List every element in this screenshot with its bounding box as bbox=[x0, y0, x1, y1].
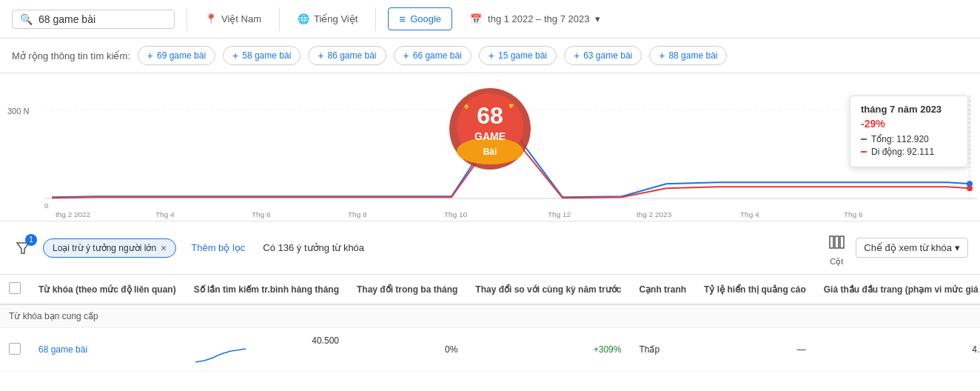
impression-share-cell: — bbox=[695, 328, 815, 372]
section-label: Từ khóa bạn cung cấp bbox=[0, 304, 980, 328]
expand-chip-2[interactable]: + 86 game bài bbox=[308, 46, 386, 65]
platform-label: Google bbox=[410, 13, 441, 24]
svg-text:Thg 6: Thg 6 bbox=[252, 210, 271, 218]
divider2 bbox=[279, 7, 280, 31]
plus-icon-6: + bbox=[659, 50, 665, 61]
location-button[interactable]: 📍 Việt Nam bbox=[199, 10, 267, 27]
chevron-down-icon: ▾ bbox=[595, 13, 600, 24]
expand-chip-1[interactable]: + 58 game bài bbox=[223, 46, 301, 65]
expand-chip-3[interactable]: + 66 game bài bbox=[394, 46, 471, 65]
filter-badge: 1 bbox=[25, 234, 37, 246]
tooltip-pct: -29% bbox=[861, 118, 957, 130]
svg-text:Thg 4: Thg 4 bbox=[740, 210, 759, 218]
header-checkbox-col bbox=[0, 275, 30, 304]
bid-low-cell: 4.707 ₫ bbox=[815, 328, 980, 372]
expand-chip-5[interactable]: + 63 game bài bbox=[564, 46, 642, 65]
expand-chip-label-2: 86 game bài bbox=[327, 50, 376, 61]
svg-text:Thg 10: Thg 10 bbox=[444, 210, 468, 218]
view-dropdown[interactable]: Chế độ xem từ khóa ▾ bbox=[856, 238, 968, 258]
expand-chip-label-6: 88 game bài bbox=[668, 50, 717, 61]
svg-rect-27 bbox=[840, 236, 844, 248]
view-dropdown-label: Chế độ xem từ khóa bbox=[864, 242, 952, 253]
svg-text:Thg 6: Thg 6 bbox=[844, 210, 863, 218]
filter-row: 1 Loại trừ ý tưởng người lớn × Thêm bộ l… bbox=[0, 221, 980, 275]
expand-chip-4[interactable]: + 15 game bài bbox=[479, 46, 557, 65]
table-wrapper: Từ khóa (theo mức độ liên quan) Số lần t… bbox=[0, 275, 980, 372]
active-filter-label: Loại trừ ý tưởng người lớn bbox=[53, 243, 156, 253]
active-filter-chip[interactable]: Loại trừ ý tưởng người lớn × bbox=[43, 238, 176, 258]
table-row: 68 game bài 40.500 0% +309% Thấp — 4.707… bbox=[0, 328, 980, 372]
svg-text:Thg 8: Thg 8 bbox=[348, 210, 367, 218]
col-label: Cột bbox=[830, 257, 843, 267]
svg-text:thg 2 2022: thg 2 2022 bbox=[56, 210, 91, 218]
expand-chip-label-4: 15 game bài bbox=[498, 50, 547, 61]
table-header: Từ khóa (theo mức độ liên quan) Số lần t… bbox=[0, 275, 980, 304]
tooltip-mobile-label: Di động: 92.111 bbox=[871, 147, 934, 157]
header-competition: Cạnh tranh bbox=[630, 275, 695, 304]
change-yoy-cell: +309% bbox=[466, 328, 630, 372]
remove-filter-icon[interactable]: × bbox=[161, 242, 167, 254]
expand-chip-0[interactable]: + 69 game bài bbox=[138, 46, 215, 65]
tooltip-title: tháng 7 năm 2023 bbox=[861, 104, 957, 115]
language-button[interactable]: 🌐 Tiếng Việt bbox=[292, 10, 363, 27]
keyword-cell[interactable]: 68 game bài bbox=[30, 328, 185, 372]
svg-text:thg 2 2023: thg 2 2023 bbox=[637, 210, 672, 218]
monthly-search-value: 40.500 bbox=[312, 335, 339, 346]
plus-icon-0: + bbox=[147, 50, 153, 61]
change-3m-cell: 0% bbox=[348, 328, 466, 372]
filter-count: Có 136 ý tưởng từ khóa bbox=[263, 242, 364, 253]
svg-rect-25 bbox=[830, 236, 833, 248]
row-checkbox-cell bbox=[0, 328, 30, 372]
table-body: Từ khóa bạn cung cấp 68 game bài 40.500 … bbox=[0, 304, 980, 372]
chart-tooltip: tháng 7 năm 2023 -29% Tổng: 112.920 Di đ… bbox=[850, 96, 968, 167]
header-bid-low: Giá thầu đầu trang (phạm vi mức giá thấp… bbox=[815, 275, 980, 304]
header-bar: 🔍 68 game bài 📍 Việt Nam 🌐 Tiếng Việt ≡ … bbox=[0, 0, 980, 39]
expand-label: Mở rộng thông tin tìm kiếm: bbox=[12, 50, 130, 61]
plus-icon-3: + bbox=[403, 50, 409, 61]
column-view-button[interactable] bbox=[823, 229, 850, 255]
google-icon: ≡ bbox=[399, 13, 406, 25]
header-monthly-search: Số lần tìm kiếm tr.bình hàng tháng bbox=[185, 275, 348, 304]
view-options: Cột Chế độ xem từ khóa ▾ bbox=[823, 229, 968, 267]
tooltip-total-label: Tổng: 112.920 bbox=[871, 134, 929, 144]
tooltip-mobile: Di động: 92.111 bbox=[861, 147, 957, 157]
date-range-button[interactable]: 📅 thg 1 2022 – thg 7 2023 ▾ bbox=[464, 10, 606, 27]
svg-text:0: 0 bbox=[44, 201, 49, 210]
platform-button[interactable]: ≡ Google bbox=[388, 7, 452, 30]
plus-icon-1: + bbox=[232, 50, 238, 61]
chart-svg: 300 N 0 thg 2 2022 Thg 4 Thg 6 Thg 8 Thg… bbox=[0, 73, 980, 221]
language-label: Tiếng Việt bbox=[314, 13, 358, 24]
header-checkbox[interactable] bbox=[9, 282, 21, 294]
header-impression-share: Tỷ lệ hiển thị quảng cáo bbox=[695, 275, 815, 304]
tooltip-total: Tổng: 112.920 bbox=[861, 134, 957, 144]
search-query: 68 game bài bbox=[38, 13, 95, 25]
keywords-table: Từ khóa (theo mức độ liên quan) Số lần t… bbox=[0, 275, 980, 372]
y-axis-label: 300 N bbox=[7, 107, 29, 116]
search-icon: 🔍 bbox=[20, 13, 33, 25]
grid-columns-icon bbox=[828, 234, 845, 250]
expand-chip-6[interactable]: + 88 game bài bbox=[649, 46, 727, 65]
search-box[interactable]: 🔍 68 game bài bbox=[12, 10, 175, 29]
sparkline-cell bbox=[194, 346, 339, 364]
expand-row: Mở rộng thông tin tìm kiếm: + 69 game bà… bbox=[0, 39, 980, 73]
row-checkbox[interactable] bbox=[9, 343, 21, 355]
expand-chip-label-5: 63 game bài bbox=[583, 50, 632, 61]
date-range-label: thg 1 2022 – thg 7 2023 bbox=[488, 13, 589, 24]
section-label-row: Từ khóa bạn cung cấp bbox=[0, 304, 980, 328]
header-change-3m: Thay đổi trong ba tháng bbox=[348, 275, 466, 304]
plus-icon-4: + bbox=[489, 50, 494, 61]
plus-icon-5: + bbox=[574, 50, 580, 61]
add-filter-button[interactable]: Thêm bộ lọc bbox=[185, 239, 251, 256]
calendar-icon: 📅 bbox=[470, 13, 482, 24]
svg-text:Thg 4: Thg 4 bbox=[155, 210, 175, 218]
red-line-indicator bbox=[861, 151, 867, 153]
filter-icon-button[interactable]: 1 bbox=[12, 237, 34, 259]
expand-chip-label-3: 66 game bài bbox=[413, 50, 462, 61]
translate-icon: 🌐 bbox=[298, 13, 309, 24]
divider bbox=[187, 7, 187, 31]
expand-chip-label-1: 58 game bài bbox=[242, 50, 291, 61]
chart-area: 300 N 0 thg 2 2022 Thg 4 Thg 6 Thg 8 Thg… bbox=[0, 73, 980, 221]
location-label: Việt Nam bbox=[221, 13, 261, 24]
monthly-search-cell: 40.500 bbox=[185, 328, 348, 372]
plus-icon-2: + bbox=[318, 50, 323, 61]
